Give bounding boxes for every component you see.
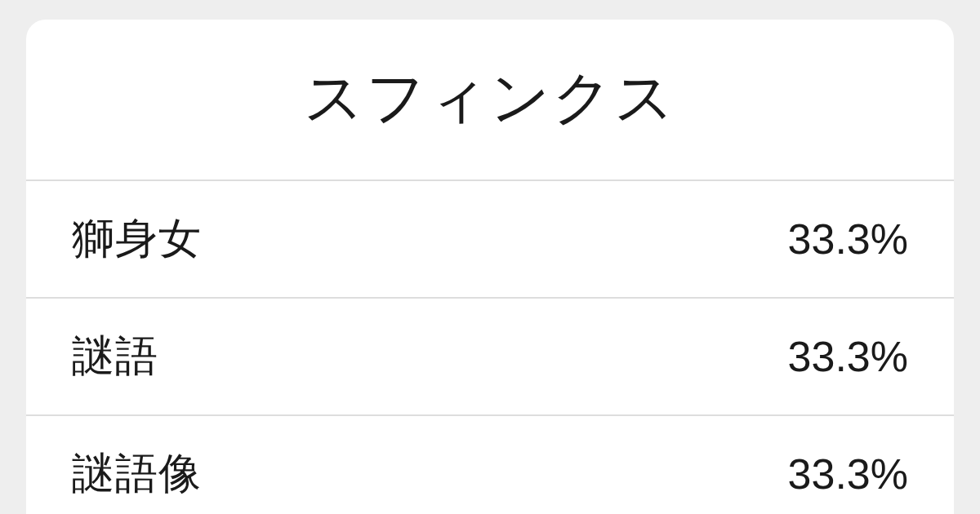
result-row: 謎語 33.3%	[26, 297, 954, 414]
result-row: 獅身女 33.3%	[26, 179, 954, 297]
results-card: スフィンクス 獅身女 33.3% 謎語 33.3% 謎語像 33.3%	[26, 20, 954, 514]
result-value: 33.3%	[788, 450, 908, 498]
result-label: 謎語	[72, 328, 158, 385]
card-title: スフィンクス	[26, 20, 954, 179]
result-row: 謎語像 33.3%	[26, 414, 954, 514]
result-label: 獅身女	[72, 210, 202, 268]
result-value: 33.3%	[788, 332, 908, 381]
result-label: 謎語像	[72, 445, 202, 503]
result-value: 33.3%	[788, 215, 908, 264]
